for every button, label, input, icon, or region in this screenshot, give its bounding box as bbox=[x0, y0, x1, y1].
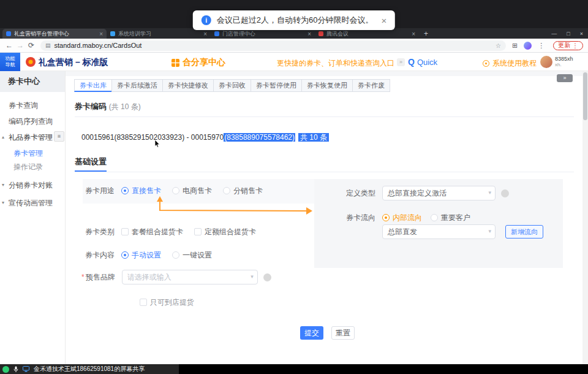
radio-internal-flow[interactable]: 内部流向 bbox=[382, 213, 422, 223]
reload-button[interactable]: ⟳ bbox=[26, 41, 37, 50]
brand-placeholder: 请选择或输入 bbox=[127, 272, 172, 283]
quick-q-icon: Q bbox=[408, 57, 415, 67]
help-icon[interactable] bbox=[501, 189, 509, 197]
new-tab-button[interactable]: + bbox=[424, 29, 428, 39]
divider bbox=[75, 116, 574, 117]
tab-card-resume[interactable]: 券卡恢复使用 bbox=[301, 79, 353, 92]
sidebar-collapse-toggle[interactable]: ≡ bbox=[54, 131, 64, 142]
brand-row: * 预售品牌 请选择或输入 ▾ bbox=[81, 270, 271, 284]
tab-card-quick-edit[interactable]: 券卡快捷修改 bbox=[162, 79, 214, 92]
tab-card-pause[interactable]: 券卡暂停使用 bbox=[251, 79, 302, 92]
flow-value: 总部直发 bbox=[388, 227, 417, 237]
radio-manual-setup[interactable]: 手动设置 bbox=[121, 250, 161, 261]
radio-distribution-sale[interactable]: 分销售卡 bbox=[223, 186, 263, 196]
sidebar-group-distribution-reconcile[interactable]: ▾ 分销券卡对账 bbox=[0, 179, 66, 191]
radio-ecommerce-sale[interactable]: 电商售卡 bbox=[172, 186, 212, 196]
help-icon[interactable] bbox=[263, 273, 271, 281]
scrollbar-thumb[interactable] bbox=[583, 72, 587, 120]
user-info[interactable]: 8385xh xh. bbox=[555, 56, 573, 68]
user-avatar[interactable] bbox=[540, 56, 552, 68]
submit-button[interactable]: 提交 bbox=[300, 326, 323, 340]
browser-tab-4[interactable]: 腾讯会议 × bbox=[315, 29, 419, 39]
card-flow-label: 券卡流向 bbox=[346, 213, 375, 223]
quick-entry-tip[interactable]: 更快捷的券卡、订单和快递查询入口 bbox=[277, 58, 394, 69]
screen-share-info: 金禾通技术王斌18662591081的屏幕共享 bbox=[0, 364, 179, 374]
tab-close-icon[interactable]: × bbox=[203, 31, 207, 37]
checkbox-label: 只可到店提货 bbox=[150, 297, 194, 308]
tab-favicon bbox=[6, 31, 11, 36]
panel-collapse-button[interactable]: » bbox=[557, 74, 573, 82]
radio-direct-sale[interactable]: 直接售卡 bbox=[121, 186, 161, 196]
forward-button[interactable]: → bbox=[15, 41, 26, 50]
tab-card-void[interactable]: 券卡作废 bbox=[352, 79, 390, 92]
tutorial-link[interactable]: 系统使用教程 bbox=[483, 58, 537, 69]
back-button[interactable]: ← bbox=[4, 41, 15, 50]
sharer-avatar bbox=[2, 366, 9, 373]
tab-title: 礼盒营销平台管理中心 bbox=[14, 30, 96, 38]
radio-icon bbox=[431, 214, 438, 221]
define-type-select[interactable]: 总部直接定义激活 ▾ bbox=[382, 186, 496, 200]
page-scrollbar[interactable] bbox=[582, 71, 588, 364]
tab-title: 腾讯会议 bbox=[326, 30, 409, 38]
tab-close-icon[interactable]: × bbox=[307, 31, 311, 37]
code-highlight: (8385889075578462) bbox=[224, 133, 295, 142]
browser-menu-icon[interactable]: ⋮ bbox=[538, 42, 545, 50]
sidebar-item-card-query[interactable]: 券卡查询 bbox=[0, 99, 66, 112]
basic-settings-section-title: 基础设置 bbox=[75, 156, 107, 172]
flow-select[interactable]: 总部直发 ▾ bbox=[382, 224, 496, 239]
screen-icon[interactable] bbox=[23, 366, 29, 372]
url-text[interactable]: standard.maboy.cn/CardsOut bbox=[55, 42, 492, 49]
update-button[interactable]: 更新 ⋮ bbox=[553, 41, 583, 50]
browser-tab-2[interactable]: 系统培训学习 × bbox=[107, 29, 211, 39]
tab-card-recycle[interactable]: 券卡回收 bbox=[213, 79, 251, 92]
add-flow-button[interactable]: 新增流向 bbox=[505, 225, 543, 239]
window-close-button[interactable]: × bbox=[580, 31, 583, 37]
nav-line2: 导航 bbox=[6, 62, 15, 68]
tab-close-icon[interactable]: × bbox=[412, 31, 415, 37]
define-type-row: 定义类型 总部直接定义激活 ▾ bbox=[346, 186, 509, 200]
radio-important-customer[interactable]: 重要客户 bbox=[431, 213, 470, 223]
radio-one-click-setup[interactable]: 一键设置 bbox=[172, 250, 212, 261]
sidebar-item-code-sequence-query[interactable]: 编码序列查询 bbox=[0, 115, 66, 128]
reset-button[interactable]: 重置 bbox=[331, 326, 355, 340]
checkbox-combo-pickup-card[interactable]: 套餐组合提货卡 bbox=[121, 227, 183, 237]
caret-down-icon: ▾ bbox=[2, 197, 4, 209]
checkbox-fixed-combo-pickup-card[interactable]: 定额组合提货卡 bbox=[194, 227, 256, 237]
flow-select-row: 总部直发 ▾ 新增流向 bbox=[346, 225, 543, 239]
browser-tab-3[interactable]: 门店管理中心 × bbox=[211, 29, 315, 39]
sidebar-item-card-management[interactable]: 券卡管理 bbox=[0, 147, 66, 159]
bookmark-star-icon[interactable]: ☆ bbox=[496, 42, 501, 49]
brand-select[interactable]: 请选择或输入 ▾ bbox=[122, 270, 258, 284]
radio-icon bbox=[382, 214, 390, 221]
window-minimize-button[interactable]: — bbox=[551, 31, 557, 37]
radio-label: 电商售卡 bbox=[183, 186, 212, 196]
tab-close-icon[interactable]: × bbox=[99, 31, 103, 37]
toast-close-icon[interactable]: × bbox=[381, 15, 386, 26]
update-label: 更新 bbox=[558, 41, 570, 50]
radio-label: 一键设置 bbox=[183, 250, 212, 261]
sidebar-item-label: 券卡管理 bbox=[13, 149, 43, 158]
divider bbox=[75, 172, 574, 172]
page-info-icon[interactable]: ▤ bbox=[45, 42, 51, 48]
browser-profile-avatar[interactable] bbox=[524, 42, 532, 50]
tab-card-outbound[interactable]: 券卡出库 bbox=[74, 79, 112, 92]
window-maximize-button[interactable]: □ bbox=[567, 31, 570, 37]
tab-groups-icon[interactable]: ⊞ bbox=[512, 42, 518, 50]
tab-favicon bbox=[110, 31, 115, 36]
url-bar[interactable]: ▤ standard.maboy.cn/CardsOut ☆ bbox=[40, 40, 506, 51]
function-nav-button[interactable]: 功能 导航 bbox=[0, 53, 20, 71]
app-logo bbox=[26, 57, 36, 69]
checkbox-store-pickup-only[interactable]: 只可到店提货 bbox=[140, 297, 194, 308]
caret-up-icon: ▴ bbox=[2, 131, 4, 143]
quick-search-link[interactable]: Q Quick bbox=[408, 57, 437, 67]
sidebar-group-promo-animation[interactable]: ▾ 宣传动画管理 bbox=[0, 197, 66, 209]
sidebar-item-label: 券卡查询 bbox=[9, 101, 38, 110]
browser-tab-1[interactable]: 礼盒营销平台管理中心 × bbox=[2, 29, 107, 39]
share-center-link[interactable]: 合分享中心 bbox=[172, 57, 225, 68]
store-only-row: 只可到店提货 bbox=[140, 296, 205, 309]
sidebar-item-operation-log[interactable]: 操作记录 bbox=[0, 161, 66, 173]
tab-card-later-activate[interactable]: 券卡后续激活 bbox=[111, 79, 163, 92]
mic-icon[interactable] bbox=[13, 366, 18, 373]
card-code-line[interactable]: 00015961(8385291502033923) - 00015970(83… bbox=[81, 132, 329, 143]
code-prefix: 00015961(8385291502033923) - 00015970 bbox=[81, 133, 224, 142]
